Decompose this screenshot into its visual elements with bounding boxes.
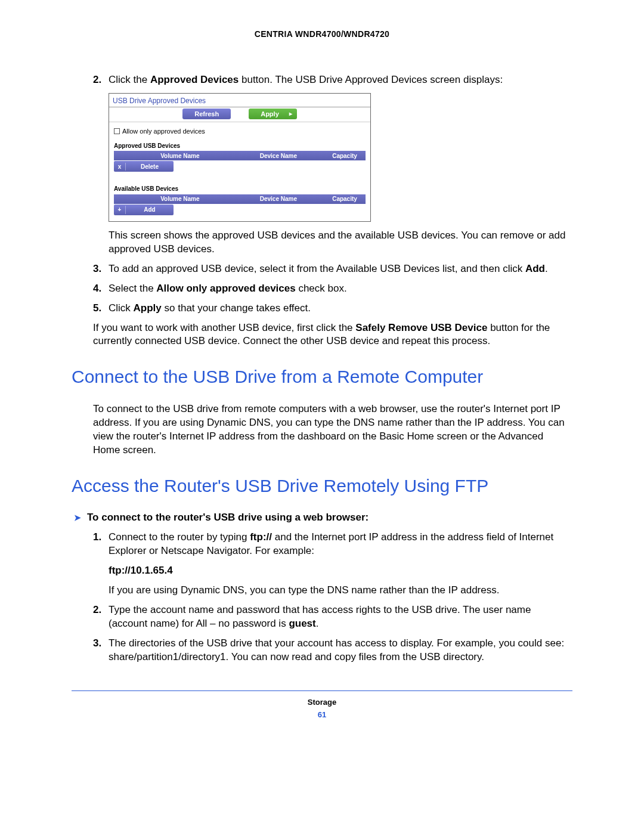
step-4: 4. Select the Allow only approved device…	[72, 282, 572, 296]
col-device-name: Device Name	[233, 152, 324, 160]
step-5-post: so that your change takes effect.	[162, 302, 311, 314]
refresh-button[interactable]: Refresh	[182, 109, 231, 119]
step-3-bold: Add	[525, 263, 545, 274]
allow-only-approved-checkbox[interactable]: Allow only approved devices	[114, 127, 366, 136]
step-3-text: To add an approved USB device, select it…	[109, 263, 525, 274]
add-icon: +	[114, 206, 126, 214]
heading-connect-remote: Connect to the USB Drive from a Remote C…	[72, 365, 572, 389]
page-footer: Storage 61	[72, 690, 572, 720]
ftp-step-1-after: If you are using Dynamic DNS, you can ty…	[72, 584, 572, 597]
footer-category: Storage	[72, 697, 572, 708]
ftp-step-2-post: .	[316, 618, 319, 629]
step-number: 5.	[93, 302, 109, 315]
task-label: To connect to the router's USB drive usi…	[87, 511, 369, 525]
step-3-post: .	[545, 263, 548, 274]
apply-button[interactable]: Apply	[249, 109, 297, 119]
checkbox-icon	[114, 128, 120, 134]
col-volume-name: Volume Name	[127, 152, 233, 160]
ftp-step-1: 1. Connect to the router by typing ftp:/…	[72, 531, 572, 558]
step-2-text-pre: Click the	[109, 74, 150, 85]
delete-icon: x	[114, 163, 126, 171]
ftp-step-3-text: The directories of the USB drive that yo…	[109, 637, 572, 664]
heading-ftp: Access the Router's USB Drive Remotely U…	[72, 474, 572, 498]
step-3: 3. To add an approved USB device, select…	[72, 262, 572, 276]
ftp-example-address: ftp://10.1.65.4	[72, 564, 572, 578]
step-number: 2.	[93, 73, 109, 87]
available-devices-label: Available USB Devices	[114, 185, 366, 193]
col-volume-name: Volume Name	[127, 195, 233, 203]
step-2-followup: This screen shows the approved USB devic…	[72, 229, 572, 256]
approved-devices-label: Approved USB Devices	[114, 142, 366, 150]
step-5: 5. Click Apply so that your change takes…	[72, 302, 572, 315]
approved-table-header: Volume Name Device Name Capacity	[114, 151, 366, 160]
page-header-product: CENTRIA WNDR4700/WNDR4720	[72, 29, 572, 40]
ftp-step-2-pre: Type the account name and password that …	[109, 604, 531, 629]
add-button[interactable]: + Add	[114, 205, 174, 215]
ftp-step-1-pre: Connect to the router by typing	[109, 531, 250, 543]
note-bold: Safely Remove USB Device	[355, 322, 487, 333]
ftp-step-2: 2. Type the account name and password th…	[72, 603, 572, 631]
available-table-header: Volume Name Device Name Capacity	[114, 194, 366, 204]
delete-label: Delete	[126, 163, 174, 171]
safely-remove-note: If you want to work with another USB dev…	[72, 321, 572, 349]
step-4-bold: Allow only approved devices	[156, 283, 295, 294]
ftp-step-1-bold: ftp://	[250, 531, 272, 543]
ftp-step-2-bold: guest	[289, 618, 315, 629]
ftp-step-3: 3. The directories of the USB drive that…	[72, 637, 572, 664]
step-2: 2. Click the Approved Devices button. Th…	[72, 73, 572, 87]
connect-remote-paragraph: To connect to the USB drive from remote …	[72, 402, 572, 457]
step-2-bold: Approved Devices	[150, 74, 239, 85]
step-number: 4.	[93, 282, 109, 296]
add-label: Add	[126, 206, 174, 214]
usb-approved-devices-screenshot: USB Drive Approved Devices Refresh Apply…	[109, 93, 371, 222]
step-number: 2.	[93, 603, 109, 631]
footer-page-number: 61	[72, 710, 572, 720]
note-pre: If you want to work with another USB dev…	[93, 322, 355, 333]
step-4-post: check box.	[296, 283, 347, 294]
step-5-pre: Click	[109, 302, 134, 314]
task-heading: ➤ To connect to the router's USB drive u…	[74, 511, 572, 525]
screenshot-title: USB Drive Approved Devices	[109, 94, 370, 107]
step-2-text-post: button. The USB Drive Approved Devices s…	[239, 74, 503, 85]
task-arrow-icon: ➤	[74, 512, 81, 524]
step-number: 3.	[93, 637, 109, 664]
delete-button[interactable]: x Delete	[114, 161, 174, 172]
col-capacity: Capacity	[324, 195, 366, 203]
step-5-bold: Apply	[134, 302, 162, 314]
checkbox-label: Allow only approved devices	[122, 127, 205, 136]
step-4-pre: Select the	[109, 283, 156, 294]
col-capacity: Capacity	[324, 152, 366, 160]
step-number: 3.	[93, 262, 109, 276]
col-device-name: Device Name	[233, 195, 324, 203]
step-number: 1.	[93, 531, 109, 558]
